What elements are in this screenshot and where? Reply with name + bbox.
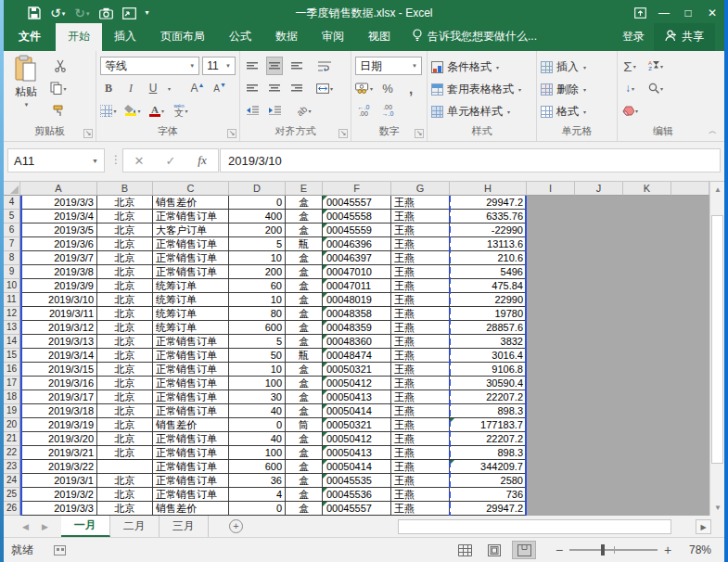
column-header-B[interactable]: B — [97, 182, 153, 196]
percent-style-button[interactable]: % — [379, 79, 396, 97]
cell-D14[interactable]: 5 — [229, 335, 286, 349]
cell-A11[interactable]: 2019/3/10 — [20, 293, 97, 307]
new-sheet-button[interactable]: + — [229, 516, 243, 537]
autosum-button[interactable]: Σ▾ — [621, 57, 638, 75]
row-header-9[interactable]: 9 — [4, 265, 20, 279]
outside-print-area[interactable] — [527, 307, 709, 321]
cell-F5[interactable]: 00045558 — [323, 210, 391, 224]
formula-input[interactable]: 2019/3/10 — [220, 148, 721, 172]
cell-A12[interactable]: 2019/3/11 — [20, 307, 97, 321]
cell-F23[interactable]: 00050414 — [323, 460, 391, 474]
outside-print-area[interactable] — [527, 349, 709, 363]
outside-print-area[interactable] — [527, 196, 709, 210]
cell-A20[interactable]: 2019/3/19 — [20, 418, 97, 432]
phonetic-guide-button[interactable]: wén文 ▾ — [172, 101, 189, 120]
column-header-I[interactable]: I — [527, 182, 575, 196]
cell-B17[interactable]: 北京 — [97, 377, 153, 390]
cell-B16[interactable]: 北京 — [97, 363, 153, 377]
cell-B25[interactable]: 北京 — [97, 488, 153, 502]
cell-E25[interactable]: 盒 — [286, 488, 323, 502]
camera-icon[interactable] — [99, 7, 113, 19]
row-header-16[interactable]: 16 — [4, 363, 20, 377]
cell-C18[interactable]: 正常销售订单 — [153, 390, 229, 404]
cell-A14[interactable]: 2019/3/13 — [20, 335, 97, 349]
cell-C8[interactable]: 正常销售订单 — [153, 251, 229, 265]
enter-icon[interactable]: ✓ — [155, 154, 186, 168]
row-header-19[interactable]: 19 — [4, 404, 20, 418]
cell-C7[interactable]: 正常销售订单 — [153, 237, 229, 251]
cell-H14[interactable]: 3832 — [450, 335, 527, 349]
cell-C13[interactable]: 统筹订单 — [153, 321, 229, 335]
cell-G13[interactable]: 王燕 — [391, 321, 450, 335]
row-header-14[interactable]: 14 — [4, 335, 20, 349]
sort-filter-button[interactable]: AZ ▾ — [647, 57, 664, 75]
cell-G20[interactable]: 王燕 — [391, 418, 450, 432]
vertical-scroll-thumb[interactable] — [711, 215, 723, 464]
cancel-icon[interactable]: ✕ — [123, 154, 155, 168]
cell-D4[interactable]: 0 — [229, 196, 286, 210]
cell-B18[interactable]: 北京 — [97, 390, 153, 404]
cell-H22[interactable]: 898.3 — [450, 446, 527, 460]
column-header-E[interactable]: E — [286, 182, 323, 196]
name-box[interactable]: A11▼ — [7, 148, 105, 172]
outside-print-area[interactable] — [527, 210, 709, 224]
middle-align-button[interactable] — [266, 57, 283, 75]
decrease-decimal-button[interactable]: .00→.0 — [379, 101, 396, 120]
save-icon[interactable] — [28, 6, 41, 19]
cell-B21[interactable]: 北京 — [97, 432, 153, 446]
cell-styles-button[interactable]: 单元格样式▾ — [431, 101, 510, 121]
cell-F22[interactable]: 00050413 — [323, 446, 391, 460]
cell-G14[interactable]: 王燕 — [391, 335, 450, 349]
cell-B5[interactable]: 北京 — [97, 210, 153, 224]
cell-G10[interactable]: 王燕 — [391, 279, 450, 293]
row-header-18[interactable]: 18 — [4, 390, 20, 404]
cell-B6[interactable]: 北京 — [97, 224, 153, 237]
outside-print-area[interactable] — [527, 377, 709, 390]
ribbon-display-options-icon[interactable] — [628, 0, 652, 26]
conditional-formatting-button[interactable]: 条件格式▾ — [431, 57, 499, 77]
horizontal-scroll-thumb[interactable] — [398, 519, 671, 534]
cell-E13[interactable]: 盒 — [286, 321, 323, 335]
outside-print-area[interactable] — [527, 432, 709, 446]
cell-D11[interactable]: 10 — [229, 293, 286, 307]
format-cells-button[interactable]: 格式▾ — [541, 101, 586, 121]
column-header-F[interactable]: F — [323, 182, 391, 196]
close-button[interactable]: ✕ — [700, 0, 724, 26]
cell-H9[interactable]: 5496 — [450, 265, 527, 279]
cell-F19[interactable]: 00050414 — [323, 404, 391, 418]
cell-B9[interactable]: 北京 — [97, 265, 153, 279]
cell-H26[interactable]: 29947.2 — [450, 502, 527, 516]
row-header-26[interactable]: 26 — [4, 502, 20, 516]
insert-function-icon[interactable]: fx — [186, 153, 218, 168]
cell-D24[interactable]: 36 — [229, 474, 286, 488]
decrease-indent-button[interactable] — [244, 101, 261, 120]
format-as-table-button[interactable]: 套用表格格式▾ — [431, 79, 521, 99]
cell-F18[interactable]: 00050413 — [323, 390, 391, 404]
cell-F15[interactable]: 00048474 — [323, 349, 391, 363]
outside-print-area[interactable] — [527, 293, 709, 307]
cell-F4[interactable]: 00045557 — [323, 196, 391, 210]
delete-cells-button[interactable]: 删除▾ — [541, 79, 586, 99]
cell-D25[interactable]: 4 — [229, 488, 286, 502]
cell-D16[interactable]: 10 — [229, 363, 286, 377]
copy-icon[interactable]: ▾ — [50, 79, 67, 97]
comma-style-button[interactable]: , — [402, 79, 419, 97]
cell-H6[interactable]: -22990 — [450, 224, 527, 237]
outside-print-area[interactable] — [527, 390, 709, 404]
cell-H21[interactable]: 22207.2 — [450, 432, 527, 446]
cell-G16[interactable]: 王燕 — [391, 363, 450, 377]
cell-H17[interactable]: 30590.4 — [450, 377, 527, 390]
sheet-nav-left-icon[interactable]: ◀ — [22, 522, 29, 531]
outside-print-area[interactable] — [527, 488, 709, 502]
cell-D8[interactable]: 10 — [229, 251, 286, 265]
cell-F20[interactable]: 00050321 — [323, 418, 391, 432]
cell-E15[interactable]: 瓶 — [286, 349, 323, 363]
cell-E12[interactable]: 盒 — [286, 307, 323, 321]
row-header-21[interactable]: 21 — [4, 432, 20, 446]
cell-A8[interactable]: 2019/3/7 — [20, 251, 97, 265]
cell-E9[interactable]: 盒 — [286, 265, 323, 279]
cell-H18[interactable]: 22207.2 — [450, 390, 527, 404]
cell-E14[interactable]: 盒 — [286, 335, 323, 349]
row-header-23[interactable]: 23 — [4, 460, 20, 474]
find-select-button[interactable]: ▾ — [647, 79, 664, 97]
